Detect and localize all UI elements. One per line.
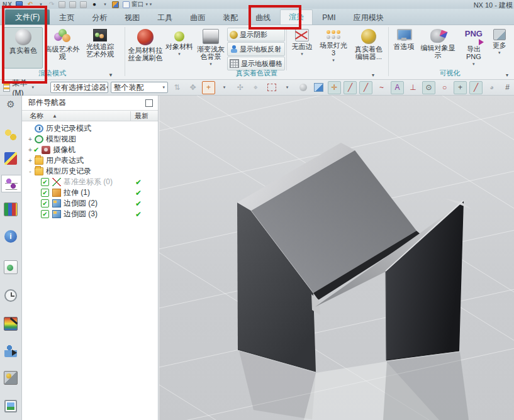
extrude-checkbox[interactable]: ✔: [41, 189, 49, 197]
add-to-selection-icon[interactable]: +: [202, 81, 215, 94]
export-png-button[interactable]: PNG 导出 PNG ▾: [458, 27, 489, 69]
tab-view[interactable]: 视图: [116, 11, 148, 25]
tree-row-edge-blend-2[interactable]: ✔ 边倒圆 (2) ✔: [22, 198, 158, 209]
snap-point-on-curve-icon[interactable]: ~: [375, 81, 388, 94]
snap-arc-center-icon[interactable]: ⊙: [422, 81, 435, 94]
tree-row-cameras[interactable]: + ✔ 摄像机: [22, 145, 158, 155]
edge-blend-3-checkbox[interactable]: ✔: [41, 210, 49, 218]
system-tools-icon[interactable]: [4, 371, 18, 385]
no-facet-edges-button[interactable]: 无面边 ▾: [288, 27, 316, 69]
reuse-library-icon[interactable]: [4, 202, 18, 216]
grid-table-icon[interactable]: #: [501, 81, 514, 94]
undo-caret-icon[interactable]: ▾: [37, 1, 45, 8]
qat-overflow-caret-icon[interactable]: ▾: [150, 1, 152, 8]
graphics-window[interactable]: [159, 96, 514, 420]
column-latest[interactable]: 最新: [130, 111, 158, 121]
tab-tools[interactable]: 工具: [149, 11, 181, 25]
copy-button[interactable]: [69, 1, 77, 8]
snap-endpoint-icon[interactable]: ╱: [344, 81, 357, 94]
visual-effects-icon[interactable]: [4, 317, 18, 331]
panel-restore-icon[interactable]: [145, 99, 153, 107]
selection-scope-combo[interactable]: 整个装配 ▾: [111, 82, 168, 93]
tab-home[interactable]: 主页: [51, 11, 82, 25]
menu-button[interactable]: 菜单(M) ▾: [3, 78, 34, 97]
tree-row-edge-blend-3[interactable]: ✔ 边倒圆 (3) ✔: [22, 209, 158, 219]
raytraced-studio-button[interactable]: 光线追踪艺术外观: [82, 27, 118, 69]
marquee-caret-icon[interactable]: ▾: [281, 81, 294, 94]
true-shading-editor-button[interactable]: 真实着色编辑器...: [351, 27, 386, 69]
more-caret-icon[interactable]: ▾: [498, 50, 501, 56]
snap-quadrant-icon[interactable]: ○: [438, 81, 451, 94]
gradient-background-caret-icon[interactable]: ▾: [210, 61, 212, 67]
tab-application[interactable]: 应用模块: [345, 11, 392, 25]
save-button[interactable]: [16, 1, 23, 8]
edge-blend-2-checkbox[interactable]: ✔: [41, 199, 49, 207]
snap-point-icon[interactable]: ✛: [328, 81, 341, 94]
expander-icon[interactable]: +: [27, 157, 33, 164]
tree-row-model-views[interactable]: + 模型视图: [22, 134, 158, 145]
snap-intersection-icon[interactable]: +: [454, 81, 467, 94]
tab-curve[interactable]: 曲线: [247, 11, 279, 25]
roles-icon[interactable]: [4, 345, 17, 357]
selection-filter-combo[interactable]: 没有选择过滤器 ▾: [50, 82, 108, 93]
tree-row-history-mode[interactable]: 历史记录模式: [22, 123, 158, 134]
window-menu[interactable]: 窗口 ▾ ▾: [123, 1, 152, 8]
assembly-constraints-icon[interactable]: ⇅: [170, 81, 184, 94]
part-navigator-tab[interactable]: [1, 175, 21, 192]
expander-icon[interactable]: +: [27, 146, 33, 153]
caret-icon[interactable]: ▾: [218, 81, 231, 94]
scene-lights-caret-icon[interactable]: ▾: [332, 57, 335, 64]
tab-render[interactable]: 渲染: [280, 9, 313, 25]
rotate-orb-icon[interactable]: [296, 81, 310, 94]
render-mode-gallery-caret-icon[interactable]: ▼: [108, 72, 113, 78]
preferences-button[interactable]: 首选项: [390, 27, 417, 69]
object-material-button[interactable]: 对象材料 ▾: [164, 27, 194, 69]
tab-pmi[interactable]: PMI: [314, 11, 344, 25]
snap-slash-icon[interactable]: ╱: [469, 81, 483, 94]
visualization-gallery-caret-icon[interactable]: ▾: [506, 72, 508, 78]
scene-lights-button[interactable]: 场景灯光 3 ▾: [316, 27, 351, 69]
tree-row-datum-csys[interactable]: ✔ 基准坐标系 (0) ✔: [22, 177, 158, 187]
show-shadows-toggle[interactable]: 显示阴影: [227, 28, 285, 41]
snap-midpoint-icon[interactable]: ╱: [359, 81, 372, 94]
object-material-caret-icon[interactable]: ▾: [178, 51, 181, 57]
tree-row-user-expressions[interactable]: + 用户表达式: [22, 155, 158, 166]
global-material-button[interactable]: 全局材料拉丝金属刷色: [126, 27, 164, 69]
snap-pole-icon[interactable]: A: [391, 81, 404, 94]
settings-gear-icon[interactable]: ⚙: [6, 98, 14, 111]
tab-file[interactable]: 文件(F): [5, 9, 50, 25]
tree-row-model-history[interactable]: - 模型历史记录: [22, 166, 158, 177]
fit-view-icon[interactable]: ⌖: [249, 81, 262, 94]
more-button[interactable]: 更多 ▾: [489, 27, 510, 69]
cut-button[interactable]: [59, 1, 66, 8]
expander-icon[interactable]: +: [27, 136, 33, 143]
customize-button[interactable]: [112, 1, 120, 8]
sort-ascending-icon[interactable]: ▲: [52, 113, 57, 119]
edit-object-display-button[interactable]: 编辑对象显示: [417, 27, 458, 69]
history-icon[interactable]: [4, 289, 17, 302]
column-name[interactable]: 名称: [30, 111, 43, 121]
tab-assemblies[interactable]: 装配: [215, 11, 246, 25]
shaded-cube-icon[interactable]: [312, 81, 325, 94]
advanced-art-appearance-button[interactable]: 高级艺术外观: [43, 27, 82, 69]
no-facet-edges-caret-icon[interactable]: ▾: [301, 51, 303, 57]
show-floor-reflection-toggle[interactable]: 显示地板反射: [227, 42, 285, 56]
redo-button[interactable]: ↷: [48, 1, 55, 8]
undo-button[interactable]: ↶: [26, 1, 34, 8]
snap-axis-icon[interactable]: ⊥: [406, 81, 420, 94]
render-style-caret-icon[interactable]: ▾: [101, 1, 109, 8]
datum-csys-checkbox[interactable]: ✔: [41, 178, 49, 186]
collapse-icon[interactable]: -: [27, 168, 33, 175]
hd3d-tools-icon[interactable]: i: [4, 230, 17, 243]
tree-row-extrude[interactable]: ✔ 拉伸 (1) ✔: [22, 187, 158, 198]
tab-surface[interactable]: 曲面: [182, 11, 213, 25]
paste-button[interactable]: [80, 1, 87, 8]
export-png-caret-icon[interactable]: ▾: [472, 61, 475, 67]
tab-analysis[interactable]: 分析: [84, 11, 115, 25]
sphere-section-icon[interactable]: ◕: [485, 81, 498, 94]
constraint-navigator-icon[interactable]: [4, 152, 17, 165]
show-hide-icon[interactable]: ✣: [233, 81, 247, 94]
assembly-navigator-icon[interactable]: [4, 128, 17, 141]
window-gallery-icon[interactable]: [4, 400, 17, 412]
gradient-background-button[interactable]: 渐变浅灰色背景 ▾: [194, 27, 227, 69]
